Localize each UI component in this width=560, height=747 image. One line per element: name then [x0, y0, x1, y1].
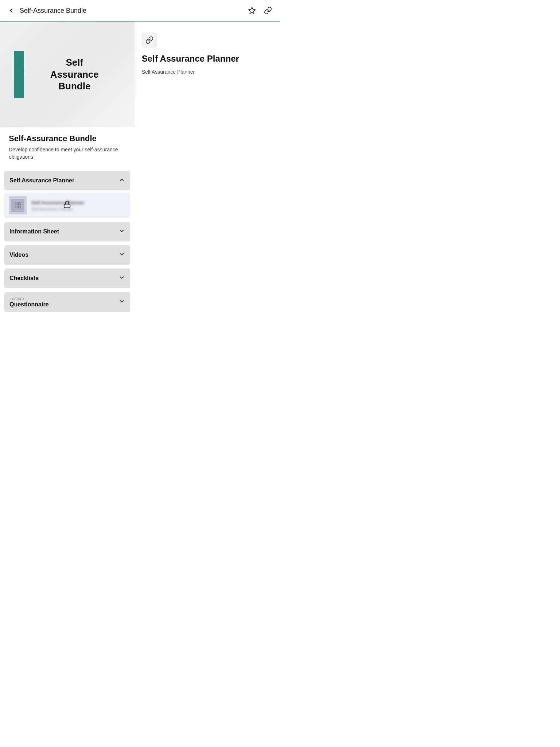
header-actions: [246, 5, 273, 16]
accordion-header-checklists[interactable]: Checklists: [4, 268, 130, 288]
checklists-label: Checklists: [9, 275, 39, 282]
accordion-videos: Videos: [4, 245, 130, 265]
locked-text: Self Assurance Planner Self Assurance Pl…: [31, 200, 126, 211]
planner-label: Self Assurance Planner: [9, 177, 74, 184]
left-column: Self Assurance Bundle Self-Assurance Bun…: [0, 22, 135, 316]
right-panel-title: Self Assurance Planner: [142, 54, 273, 64]
locked-title: Self Assurance Planner: [31, 200, 126, 205]
bundle-info: Self-Assurance Bundle Develop confidence…: [4, 127, 130, 171]
bundle-title: Self-Assurance Bundle: [9, 134, 126, 143]
right-column: Self Assurance Planner Self Assurance Pl…: [135, 22, 280, 316]
chevron-down-icon-checklists: [118, 274, 125, 282]
locked-thumbnail: [9, 196, 27, 214]
locked-thumb-inner: [11, 199, 24, 212]
main-content: Self Assurance Bundle Self-Assurance Bun…: [0, 22, 280, 316]
lecture-sublabel: Lecture: [9, 296, 24, 301]
locked-subtitle: Self Assurance Planner: [31, 207, 126, 211]
favorite-button[interactable]: [246, 5, 257, 16]
header-left: Self-Assurance Bundle: [7, 6, 86, 15]
accordion-row-planner: Self Assurance Planner: [9, 177, 125, 185]
svg-marker-0: [249, 7, 255, 13]
lock-icon: [63, 201, 71, 210]
info-label: Information Sheet: [9, 228, 59, 235]
svg-rect-5: [64, 204, 70, 208]
left-col-inner: Self-Assurance Bundle Develop confidence…: [0, 127, 135, 312]
chevron-down-icon-questionnaire: [118, 298, 125, 306]
hero-text: Self Assurance Bundle: [50, 57, 99, 92]
hero-line3: Bundle: [50, 80, 99, 92]
chevron-up-icon: [118, 177, 125, 185]
svg-rect-4: [19, 206, 21, 208]
lecture-label-block: Lecture Questionnaire: [9, 296, 49, 308]
locked-item[interactable]: Self Assurance Planner Self Assurance Pl…: [4, 193, 130, 218]
hero-teal-bar: [14, 51, 24, 98]
back-button[interactable]: [7, 6, 16, 15]
accordion-row-info: Information Sheet: [9, 228, 125, 236]
link-icon-box: [142, 32, 157, 48]
hero-line1: Self: [50, 57, 99, 69]
share-button[interactable]: [262, 5, 273, 16]
accordion-row-videos: Videos: [9, 251, 125, 259]
lecture-title: Questionnaire: [9, 301, 49, 308]
app-header: Self-Assurance Bundle: [0, 0, 280, 22]
link-icon: [145, 36, 153, 44]
chevron-down-icon-videos: [118, 251, 125, 259]
accordion-header-planner[interactable]: Self Assurance Planner: [4, 171, 130, 190]
accordion-self-assurance-planner: Self Assurance Planner: [4, 171, 130, 218]
accordion-row-checklists: Checklists: [9, 274, 125, 282]
accordion-header-info[interactable]: Information Sheet: [4, 222, 130, 241]
accordion-questionnaire: Lecture Questionnaire: [4, 292, 130, 312]
chevron-down-icon-info: [118, 228, 125, 236]
accordion-header-questionnaire[interactable]: Lecture Questionnaire: [4, 292, 130, 312]
accordion-header-videos[interactable]: Videos: [4, 245, 130, 265]
videos-label: Videos: [9, 252, 28, 258]
bundle-description: Develop confidence to meet your self-ass…: [9, 146, 126, 160]
svg-rect-3: [15, 206, 18, 208]
accordion-checklists: Checklists: [4, 268, 130, 288]
hero-line2: Assurance: [50, 69, 99, 81]
svg-rect-2: [19, 203, 21, 205]
hero-inner: Self Assurance Bundle: [0, 22, 135, 127]
svg-rect-1: [15, 203, 18, 205]
header-title: Self-Assurance Bundle: [20, 7, 86, 15]
hero-image: Self Assurance Bundle: [0, 22, 135, 127]
accordion-information-sheet: Information Sheet: [4, 222, 130, 241]
right-panel-subtitle: Self Assurance Planner: [142, 69, 273, 75]
